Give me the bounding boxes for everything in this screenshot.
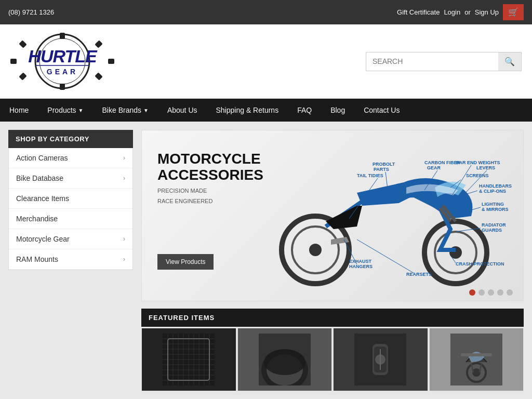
product-img-svg-3	[354, 334, 406, 385]
product-img-svg-4	[450, 334, 502, 385]
nav-products[interactable]: Products ▼	[38, 99, 92, 122]
svg-point-82	[472, 368, 481, 377]
slider-dot-3[interactable]	[488, 289, 494, 296]
featured-title: FEATURED ITEMS	[141, 309, 524, 327]
sidebar-item-motorcycle-gear[interactable]: Motorcycle Gear ›	[9, 229, 132, 249]
arrow-icon: ›	[123, 235, 125, 243]
featured-section: FEATURED ITEMS	[141, 309, 524, 391]
svg-text:& CLIP-ONS: & CLIP-ONS	[479, 189, 506, 194]
svg-text:EXHAUST: EXHAUST	[349, 259, 372, 264]
svg-text:HANDLEBARS: HANDLEBARS	[479, 183, 512, 189]
logo-container[interactable]: HURTLE GEAR	[10, 33, 114, 90]
sidebar-item-merchandise[interactable]: Merchandise	[9, 209, 132, 229]
search-input[interactable]	[366, 52, 498, 71]
bike-image-area: SCREENS HANDLEBARS & CLIP-ONS LIGHTING &…	[253, 136, 513, 291]
svg-rect-9	[95, 72, 103, 81]
logo-svg: HURTLE GEAR	[10, 33, 114, 90]
svg-text:LEVERS: LEVERS	[476, 165, 495, 170]
or-text: or	[464, 8, 471, 16]
svg-text:CRASH PROTECTION: CRASH PROTECTION	[456, 261, 504, 267]
product-card-2[interactable]	[237, 328, 332, 391]
nav-blog[interactable]: Blog	[321, 99, 354, 122]
svg-rect-8	[19, 72, 27, 81]
sidebar-item-bike-database[interactable]: Bike Database ›	[9, 168, 132, 189]
product-img-1	[142, 328, 236, 391]
sidebar-label-action-cameras: Action Cameras	[16, 154, 68, 162]
top-bar-right: Gift Certificate Login or Sign Up 🛒	[397, 4, 524, 20]
main-content: SHOP BY CATEGORY Action Cameras › Bike D…	[0, 122, 532, 399]
product-img-svg-1	[163, 334, 215, 385]
arrow-icon: ›	[123, 154, 125, 162]
hero-content: MOTORCYCLE ACCESSORIES PRECISION MADE RA…	[142, 130, 523, 301]
svg-text:& MIRRORS: & MIRRORS	[482, 207, 509, 212]
svg-text:PARTS: PARTS	[374, 167, 389, 172]
hero-slider: MOTORCYCLE ACCESSORIES PRECISION MADE RA…	[141, 130, 524, 301]
nav-bike-brands[interactable]: Bike Brands ▼	[93, 99, 158, 122]
product-img-svg-2	[259, 334, 311, 385]
login-link[interactable]: Login	[444, 8, 460, 16]
svg-text:SCREENS: SCREENS	[466, 173, 489, 178]
svg-text:HANGERS: HANGERS	[349, 264, 373, 269]
bike-brands-chevron: ▼	[143, 108, 149, 113]
slider-dot-2[interactable]	[478, 289, 485, 296]
hero-subtitle2: RACE ENGINEERED	[157, 198, 263, 204]
hero-title-line1: MOTORCYCLE	[157, 151, 263, 167]
view-products-button[interactable]: View Products	[157, 254, 214, 270]
sidebar-item-ram-mounts[interactable]: RAM Mounts ›	[9, 249, 132, 270]
svg-rect-85	[461, 353, 492, 356]
svg-rect-6	[19, 40, 27, 48]
slider-dot-5[interactable]	[507, 289, 513, 296]
header: HURTLE GEAR 🔍	[0, 24, 532, 99]
product-card-1[interactable]	[141, 328, 236, 391]
slider-dot-4[interactable]	[497, 289, 503, 296]
search-button[interactable]: 🔍	[498, 52, 521, 71]
product-card-4[interactable]	[429, 328, 524, 391]
sidebar: SHOP BY CATEGORY Action Cameras › Bike D…	[8, 130, 133, 391]
svg-rect-3	[60, 84, 65, 90]
slider-dots	[469, 289, 513, 296]
nav-shipping-returns[interactable]: Shipping & Returns	[207, 99, 288, 122]
sidebar-label-clearance-items: Clearance Items	[16, 194, 69, 203]
sidebar-label-merchandise: Merchandise	[16, 215, 58, 223]
nav-faq[interactable]: FAQ	[288, 99, 321, 122]
gift-certificate-link[interactable]: Gift Certificate	[397, 8, 440, 16]
arrow-icon: ›	[123, 256, 125, 263]
search-bar: 🔍	[366, 52, 522, 71]
product-img-3	[334, 328, 428, 391]
svg-text:PROBOLT: PROBOLT	[373, 162, 395, 167]
arrow-icon: ›	[123, 175, 125, 182]
svg-text:GEAR: GEAR	[47, 68, 78, 76]
featured-grid	[141, 328, 524, 391]
svg-text:HURTLE: HURTLE	[28, 46, 98, 66]
sidebar-label-bike-database: Bike Database	[16, 174, 63, 182]
hero-subtitle1: PRECISION MADE	[157, 188, 263, 194]
phone-number: (08) 9721 1326	[8, 8, 54, 16]
products-chevron: ▼	[78, 108, 84, 113]
svg-rect-2	[60, 33, 65, 39]
signup-link[interactable]: Sign Up	[475, 8, 499, 16]
slider-dot-1[interactable]	[469, 289, 475, 296]
nav-home[interactable]: Home	[0, 99, 38, 122]
svg-text:LIGHTING: LIGHTING	[482, 202, 504, 207]
hero-area: MOTORCYCLE ACCESSORIES PRECISION MADE RA…	[141, 130, 524, 391]
svg-text:BAR END WEIGHTS: BAR END WEIGHTS	[456, 160, 500, 165]
nav-contact-us[interactable]: Contact Us	[354, 99, 409, 122]
sidebar-list: Action Cameras › Bike Database › Clearan…	[8, 148, 133, 270]
sidebar-label-ram-mounts: RAM Mounts	[16, 255, 58, 263]
nav-bar: Home Products ▼ Bike Brands ▼ About Us S…	[0, 99, 532, 122]
hero-title-line2: ACCESSORIES	[157, 167, 263, 183]
svg-point-74	[264, 349, 305, 375]
svg-text:RADIATOR: RADIATOR	[482, 222, 506, 228]
nav-about-us[interactable]: About Us	[158, 99, 207, 122]
svg-point-15	[309, 244, 322, 256]
svg-text:TAIL TIDIES: TAIL TIDIES	[357, 173, 383, 178]
cart-button[interactable]: 🛒	[503, 4, 524, 20]
product-card-3[interactable]	[333, 328, 428, 391]
sidebar-item-clearance-items[interactable]: Clearance Items	[9, 189, 132, 209]
svg-text:GUARDS: GUARDS	[482, 228, 502, 233]
sidebar-title: SHOP BY CATEGORY	[8, 130, 133, 148]
motorcycle-illustration: SCREENS HANDLEBARS & CLIP-ONS LIGHTING &…	[253, 136, 513, 291]
svg-text:REARSETS: REARSETS	[406, 272, 432, 277]
sidebar-item-action-cameras[interactable]: Action Cameras ›	[9, 148, 132, 168]
sidebar-label-motorcycle-gear: Motorcycle Gear	[16, 235, 70, 243]
